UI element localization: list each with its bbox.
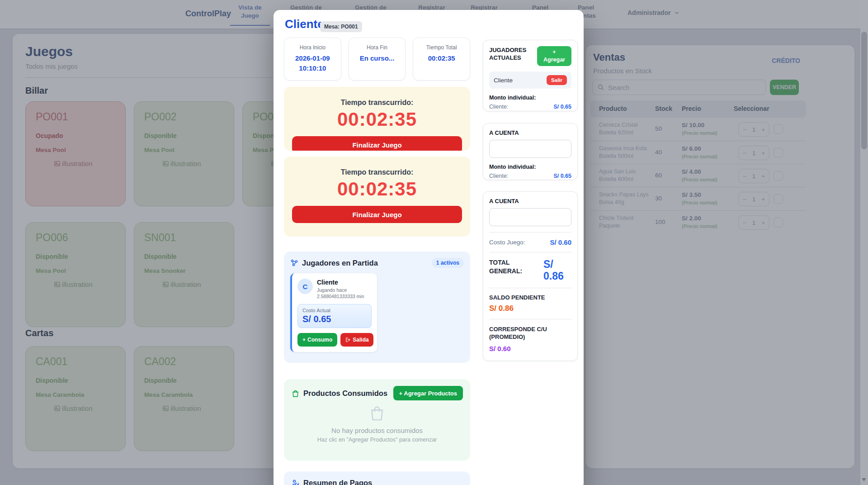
payments-icon bbox=[291, 479, 300, 485]
current-cost-box: Costo Actual S/ 0.65 bbox=[297, 304, 372, 328]
scrollbar-down-arrow[interactable] bbox=[862, 478, 866, 481]
shopping-bag-icon bbox=[291, 389, 300, 398]
pending-balance: S/ 0.86 bbox=[489, 304, 571, 313]
exit-icon bbox=[345, 337, 350, 342]
players-in-game-section: Jugadores en Partida 1 activos C Cliente… bbox=[284, 252, 470, 363]
add-player-button[interactable]: +Agregar bbox=[537, 46, 571, 66]
session-info-row: Hora Inicio 2026-01-0910:10:10 Hora Fin … bbox=[284, 38, 470, 81]
end-time-card: Hora Fin En curso... bbox=[349, 38, 406, 81]
consume-button[interactable]: +Consumo bbox=[297, 333, 337, 347]
player-row: Cliente Salir bbox=[489, 71, 571, 89]
account-amount-input-2[interactable] bbox=[489, 208, 571, 226]
screen: ControlPlay Vista deJuego Gestión de Ges… bbox=[0, 0, 868, 485]
elapsed-timer-card: Tiempo transcurrido: 00:02:35 Finalizar … bbox=[284, 157, 470, 237]
scrollbar-thumb[interactable] bbox=[861, 32, 867, 149]
empty-products-state: No hay productos consumidos Haz clic en … bbox=[291, 404, 463, 443]
avatar: C bbox=[297, 279, 313, 294]
player-card: C Cliente Jugando hace2.5880481333333 mi… bbox=[290, 273, 377, 352]
finish-game-button[interactable]: Finalizar Juego bbox=[292, 136, 462, 151]
current-players-card: JUGADORES ACTUALES +Agregar Cliente Sali… bbox=[483, 40, 578, 111]
remove-player-button[interactable]: Salir bbox=[547, 75, 567, 85]
window-scrollbar[interactable] bbox=[860, 0, 868, 485]
per-person-amount: S/ 0.60 bbox=[489, 345, 571, 352]
modal-title: Cliente bbox=[285, 17, 324, 31]
elapsed-timer-card-clipped: Tiempo transcurrido: 00:02:35 Finalizar … bbox=[284, 87, 470, 151]
total-general-row: TOTAL GENERAL: S/ 0.86 bbox=[489, 258, 571, 282]
account-amount-input[interactable] bbox=[489, 140, 571, 158]
table-badge: Mesa: PO001 bbox=[320, 21, 362, 32]
player-exit-button[interactable]: Salida bbox=[340, 333, 373, 347]
empty-bag-icon bbox=[368, 404, 386, 422]
active-players-badge: 1 activos bbox=[432, 258, 464, 268]
totals-card: A CUENTA Costo Juego: S/ 0.60 TOTAL GENE… bbox=[483, 191, 578, 361]
total-time-card: Tiempo Total 00:02:35 bbox=[413, 38, 470, 81]
start-time-card: Hora Inicio 2026-01-0910:10:10 bbox=[284, 38, 341, 81]
game-cost-row: Costo Juego: S/ 0.60 bbox=[489, 238, 571, 246]
payments-summary-section: Resumen de Pagos bbox=[284, 471, 470, 485]
add-products-button[interactable]: + Agregar Productos bbox=[393, 386, 463, 400]
account-card-1: A CUENTA Monto individual: Cliente: S/ 0… bbox=[483, 123, 578, 180]
elapsed-time: 00:02:35 bbox=[284, 178, 470, 200]
players-icon bbox=[290, 259, 298, 267]
client-session-modal: Cliente Mesa: PO001 Hora Inicio 2026-01-… bbox=[274, 10, 584, 485]
finish-game-button[interactable]: Finalizar Juego bbox=[292, 206, 462, 223]
elapsed-time: 00:02:35 bbox=[284, 109, 470, 130]
consumed-products-section: Productos Consumidos + Agregar Productos… bbox=[284, 379, 470, 461]
